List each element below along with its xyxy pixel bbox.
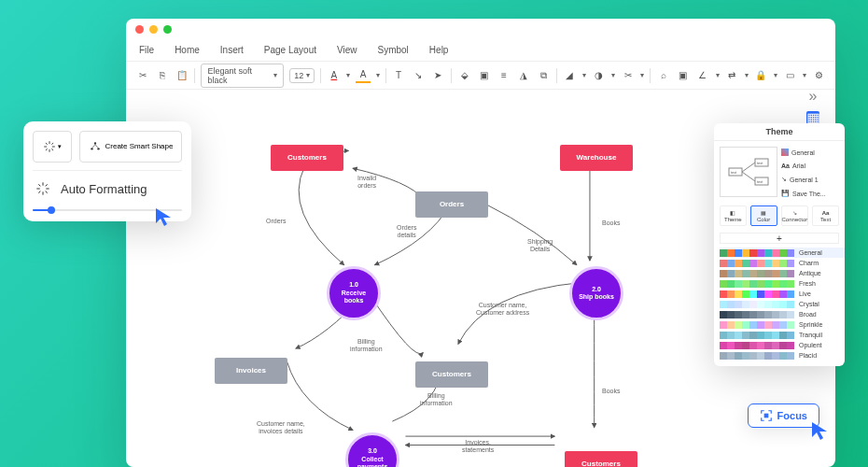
node-receive-books[interactable]: 1.0 Receive books	[327, 266, 381, 320]
create-smart-shape-button[interactable]: Create Smart Shape	[79, 131, 182, 163]
fill-icon[interactable]: ◢	[563, 68, 577, 83]
caret-icon[interactable]: ▾	[376, 71, 380, 79]
tab-theme[interactable]: ◧Theme	[720, 205, 747, 226]
palette-row[interactable]: Charm	[720, 258, 845, 268]
caret-icon[interactable]: ▾	[611, 71, 615, 79]
svg-line-5	[51, 149, 53, 150]
fit-icon[interactable]: ▣	[676, 68, 690, 83]
swatch	[720, 332, 727, 339]
settings-icon[interactable]: ⚙	[812, 68, 826, 83]
palette-row[interactable]: Opulent	[720, 340, 845, 350]
tab-connector[interactable]: ↘Connector	[781, 205, 809, 226]
font-size-select[interactable]: 12▾	[289, 68, 315, 83]
palette-row[interactable]: Broad	[720, 309, 845, 319]
node-ship-books[interactable]: 2.0 Ship books	[569, 266, 623, 320]
swatch	[779, 270, 787, 277]
search-icon[interactable]: ⌕	[656, 68, 670, 83]
theme-opt-save[interactable]: 💾Save The...	[781, 190, 826, 197]
window-minimize[interactable]	[149, 25, 158, 34]
node-orders[interactable]: Orders	[415, 191, 488, 218]
font-select[interactable]: Elegant soft black▾	[201, 64, 284, 88]
palette-row[interactable]: Antique	[720, 268, 845, 278]
group-icon[interactable]: ▣	[477, 68, 491, 83]
node-warehouse[interactable]: Warehouse	[560, 145, 633, 171]
caret-icon[interactable]: ▾	[582, 71, 586, 79]
text-tool-icon[interactable]: T	[392, 68, 406, 83]
palette-row[interactable]: Tranquil	[720, 330, 845, 340]
copy-icon[interactable]: ⎘	[155, 68, 169, 83]
canvas[interactable]: Customers Warehouse Orders Invoices Cust…	[140, 98, 803, 467]
swatch	[735, 342, 742, 349]
tab-text[interactable]: AaText	[812, 205, 839, 226]
collapse-icon[interactable]: »	[806, 90, 819, 103]
smart-icon-button[interactable]: ▾	[33, 131, 72, 163]
palette-row[interactable]: Placid	[720, 350, 845, 361]
menu-home[interactable]: Home	[175, 45, 200, 55]
connector-icon[interactable]: ↘	[412, 68, 426, 83]
menu-page-layout[interactable]: Page Layout	[264, 45, 316, 55]
grid-icon[interactable]: ▦	[806, 111, 819, 124]
menu-symbol[interactable]: Symbol	[378, 45, 409, 55]
theme-opt-general[interactable]: General	[781, 149, 826, 156]
swatch	[749, 280, 757, 288]
node-customers-2[interactable]: Customers	[415, 361, 488, 388]
node-invoices[interactable]: Invoices	[215, 358, 287, 384]
caret-icon[interactable]: ▾	[803, 71, 806, 79]
theme-preview[interactable]: texttexttext	[720, 147, 777, 197]
theme-opt-arial[interactable]: AaArial	[781, 163, 826, 169]
shadow-icon[interactable]: ◑	[592, 68, 606, 83]
theme-opt-general1[interactable]: ↘General 1	[781, 176, 826, 183]
page-icon[interactable]: ▭	[783, 68, 797, 83]
window-close[interactable]	[135, 25, 144, 34]
swatch	[764, 270, 772, 277]
align-icon[interactable]: ≡	[497, 68, 511, 83]
swatch	[749, 321, 757, 329]
swatch	[735, 249, 742, 257]
node-customers-1[interactable]: Customers	[271, 145, 343, 171]
swatch	[742, 321, 749, 329]
crop-icon[interactable]: ✂	[621, 68, 635, 83]
swatch	[787, 332, 794, 339]
paste-icon[interactable]: 📋	[175, 68, 189, 83]
arrows-icon[interactable]: ⇄	[725, 68, 739, 83]
pointer-icon[interactable]: ➤	[431, 68, 445, 83]
swatch	[764, 301, 772, 308]
caret-icon[interactable]: ▾	[640, 71, 644, 79]
swatch	[735, 352, 742, 360]
font-color-icon[interactable]: A	[327, 68, 341, 83]
focus-button[interactable]: Focus	[748, 403, 819, 428]
swatch	[787, 301, 794, 308]
auto-formatting-item[interactable]: Auto Formatting	[33, 171, 182, 203]
caret-icon[interactable]: ▾	[346, 71, 350, 79]
palette-row[interactable]: Fresh	[720, 278, 845, 289]
swatch	[720, 352, 727, 360]
distribute-icon[interactable]: ◮	[516, 68, 530, 83]
node-collect-payments[interactable]: 3.0 Collect payments	[345, 432, 399, 467]
palette-row[interactable]: Sprinkle	[720, 319, 845, 330]
swatch	[787, 280, 794, 288]
caret-icon[interactable]: ▾	[745, 71, 749, 79]
swatch	[772, 290, 779, 298]
layers-icon[interactable]: ⬙	[457, 68, 471, 83]
palette-row[interactable]: Crystal	[720, 299, 845, 309]
palette-row[interactable]: Live	[720, 289, 845, 299]
size-icon[interactable]: ⧉	[537, 68, 551, 83]
highlight-icon[interactable]: A	[356, 68, 370, 83]
caret-icon[interactable]: ▾	[716, 71, 720, 79]
tab-color[interactable]: ▦Color	[750, 205, 777, 226]
menu-file[interactable]: File	[139, 45, 154, 55]
swatch	[779, 280, 787, 288]
add-theme-button[interactable]: +	[720, 233, 839, 244]
window-maximize[interactable]	[163, 25, 172, 34]
divider	[451, 68, 452, 83]
node-customers-3[interactable]: Customers	[565, 451, 637, 467]
palette-row[interactable]: General	[720, 248, 845, 258]
swatch	[772, 280, 779, 288]
menu-help[interactable]: Help	[429, 45, 449, 55]
lock-icon[interactable]: 🔒	[754, 68, 768, 83]
menu-insert[interactable]: Insert	[220, 45, 244, 55]
menu-view[interactable]: View	[337, 45, 357, 55]
caret-icon[interactable]: ▾	[774, 71, 777, 79]
cut-icon[interactable]: ✂	[135, 68, 149, 83]
line-style-icon[interactable]: ∠	[695, 68, 709, 83]
